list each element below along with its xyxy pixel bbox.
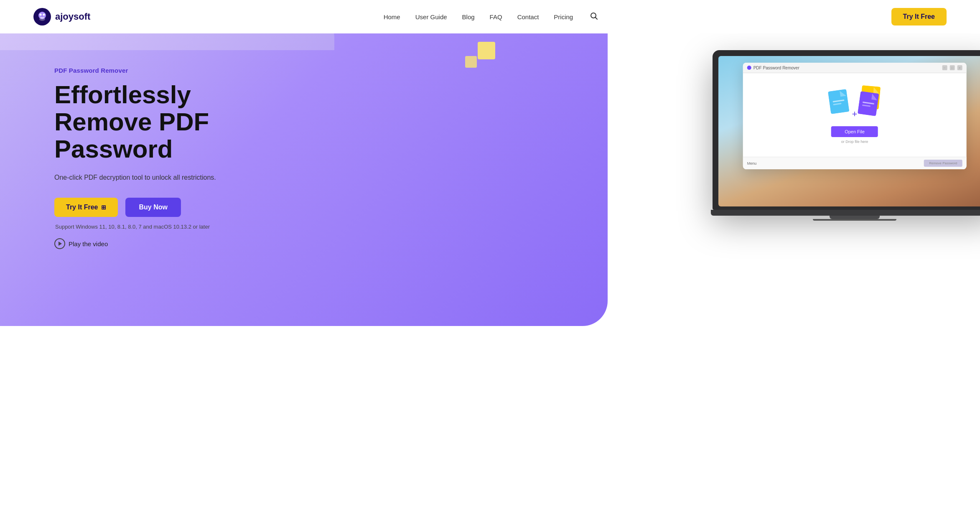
- plus-sign: +: [852, 109, 858, 120]
- deco-square-1: [478, 42, 495, 59]
- laptop-foot: [813, 219, 896, 221]
- nav-home[interactable]: Home: [384, 13, 400, 20]
- app-title-area: PDF Password Remover: [747, 66, 799, 70]
- hero-title-line1: Effortlessly: [54, 81, 191, 109]
- app-body: + Open File or Drop file here: [743, 73, 967, 157]
- header-try-free-button[interactable]: Try It Free: [891, 8, 947, 25]
- laptop-mockup: PDF Password Remover − □ ×: [713, 50, 980, 221]
- app-logo-dot: [747, 66, 751, 70]
- pdf-icons-area: +: [830, 86, 880, 120]
- hero-content: PDF Password Remover Effortlessly Remove…: [0, 33, 242, 274]
- logo-icon: [33, 8, 51, 25]
- nav-contact[interactable]: Contact: [517, 13, 539, 20]
- play-video-label: Play the video: [69, 240, 108, 247]
- hero-buttons: Try It Free ⊞ Buy Now: [54, 198, 242, 217]
- app-remove-btn[interactable]: Remove Password: [924, 160, 962, 167]
- laptop-wrapper: PDF Password Remover − □ ×: [713, 50, 980, 221]
- main-nav: Home User Guide Blog FAQ Contact Pricing: [384, 12, 598, 22]
- windows-icon: ⊞: [101, 204, 106, 211]
- hero-title-line3: Password: [54, 135, 173, 163]
- hero-title: Effortlessly Remove PDF Password: [54, 81, 242, 163]
- app-title-text: PDF Password Remover: [753, 66, 799, 70]
- app-titlebar: PDF Password Remover − □ ×: [743, 63, 967, 73]
- app-minimize-btn[interactable]: −: [942, 65, 947, 70]
- nav-faq[interactable]: FAQ: [490, 13, 502, 20]
- laptop-screen: PDF Password Remover − □ ×: [718, 56, 980, 206]
- play-triangle: [59, 242, 62, 246]
- nav-pricing[interactable]: Pricing: [554, 13, 573, 20]
- support-text: Support Windows 11, 10, 8.1, 8.0, 7 and …: [54, 224, 242, 230]
- hero-title-line2: Remove PDF: [54, 108, 209, 136]
- hero-section: PDF Password Remover Effortlessly Remove…: [0, 33, 980, 326]
- logo-text: ajoysoft: [55, 11, 90, 22]
- play-video-button[interactable]: Play the video: [54, 238, 242, 249]
- app-maximize-btn[interactable]: □: [949, 65, 955, 70]
- laptop-outer: PDF Password Remover − □ ×: [713, 50, 980, 210]
- deco-square-2: [465, 56, 477, 68]
- app-footer: Menu Remove Password: [743, 157, 967, 169]
- try-it-free-button[interactable]: Try It Free ⊞: [54, 198, 118, 217]
- app-window-controls: − □ ×: [942, 65, 962, 70]
- app-open-file-btn[interactable]: Open File: [831, 126, 878, 137]
- app-drop-text: or Drop file here: [841, 140, 868, 144]
- svg-rect-7: [828, 89, 849, 114]
- svg-point-4: [43, 14, 45, 16]
- pdf-icon-purple: [858, 91, 879, 116]
- product-label: PDF Password Remover: [54, 67, 242, 74]
- laptop-base: [711, 210, 980, 216]
- svg-line-6: [596, 17, 598, 19]
- search-icon[interactable]: [590, 12, 598, 22]
- laptop-stand: [830, 216, 880, 219]
- try-it-free-label: Try It Free: [66, 204, 98, 211]
- app-close-btn[interactable]: ×: [957, 65, 962, 70]
- app-window: PDF Password Remover − □ ×: [743, 63, 967, 169]
- nav-blog[interactable]: Blog: [462, 13, 475, 20]
- play-icon: [54, 238, 65, 249]
- logo[interactable]: ajoysoft: [33, 8, 90, 25]
- app-menu-label[interactable]: Menu: [747, 161, 757, 166]
- nav-user-guide[interactable]: User Guide: [415, 13, 447, 20]
- pdf-icon-blue: [828, 89, 849, 114]
- svg-point-3: [40, 14, 42, 16]
- header: ajoysoft Home User Guide Blog FAQ Contac…: [0, 0, 980, 33]
- hero-subtitle: One-click PDF decryption tool to unlock …: [54, 173, 242, 183]
- buy-now-button[interactable]: Buy Now: [125, 198, 181, 217]
